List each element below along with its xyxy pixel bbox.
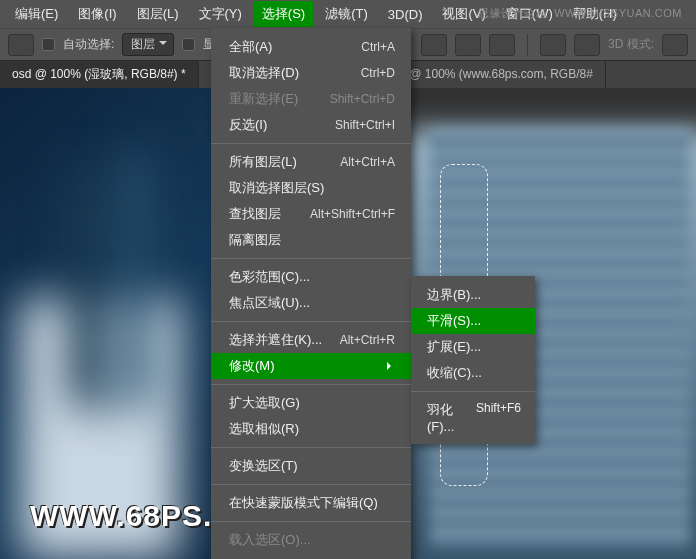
submenu-item[interactable]: 平滑(S)... [411, 308, 535, 334]
menu-item-label: 全部(A) [229, 38, 272, 56]
menu-separator [211, 484, 411, 485]
submenu-item-shortcut: Shift+F6 [476, 401, 521, 434]
menu-item: 重新选择(E)Shift+Ctrl+D [211, 86, 411, 112]
menu-2[interactable]: 图层(L) [128, 1, 188, 27]
submenu-item-label: 边界(B)... [427, 286, 481, 304]
menu-item-label: 反选(I) [229, 116, 267, 134]
submenu-item[interactable]: 收缩(C)... [411, 360, 535, 386]
menu-separator [211, 384, 411, 385]
menu-item-shortcut: Shift+Ctrl+D [330, 92, 395, 106]
align-icon-6[interactable] [489, 34, 515, 56]
menu-item[interactable]: 查找图层Alt+Shift+Ctrl+F [211, 201, 411, 227]
menu-item[interactable]: 色彩范围(C)... [211, 264, 411, 290]
menu-item[interactable]: 隔离图层 [211, 227, 411, 253]
modify-submenu: 边界(B)...平滑(S)...扩展(E)...收缩(C)...羽化(F)...… [411, 276, 535, 444]
menu-item[interactable]: 选取相似(R) [211, 416, 411, 442]
menu-item-label: 选择并遮住(K)... [229, 331, 322, 349]
menu-item-label: 查找图层 [229, 205, 281, 223]
show-transform-checkbox[interactable] [182, 38, 195, 51]
top-watermark: 思缘设计论坛 WWW.MISSYUAN.COM [478, 6, 682, 21]
distribute-icon-2[interactable] [574, 34, 600, 56]
menu-item-label: 隔离图层 [229, 231, 281, 249]
submenu-arrow-icon [387, 362, 395, 370]
menu-separator [211, 258, 411, 259]
menu-item-label: 在快速蒙版模式下编辑(Q) [229, 494, 378, 512]
mode-3d-label: 3D 模式: [608, 36, 654, 53]
submenu-item[interactable]: 扩展(E)... [411, 334, 535, 360]
submenu-item-label: 收缩(C)... [427, 364, 482, 382]
menu-6[interactable]: 3D(D) [379, 3, 432, 26]
menu-separator [211, 521, 411, 522]
autoselect-dropdown[interactable]: 图层 [122, 33, 174, 56]
menu-item-label: 载入选区(O)... [229, 531, 311, 549]
align-icon-4[interactable] [421, 34, 447, 56]
menu-item-shortcut: Alt+Ctrl+A [340, 155, 395, 169]
menu-3[interactable]: 文字(Y) [190, 1, 251, 27]
menu-item[interactable]: 焦点区域(U)... [211, 290, 411, 316]
menu-item-shortcut: Ctrl+D [361, 66, 395, 80]
menu-item-shortcut: Ctrl+A [361, 40, 395, 54]
menu-item-shortcut: Shift+Ctrl+I [335, 118, 395, 132]
menu-item[interactable]: 变换选区(T) [211, 453, 411, 479]
menu-item-label: 色彩范围(C)... [229, 268, 310, 286]
menu-item-label: 焦点区域(U)... [229, 294, 310, 312]
menu-item[interactable]: 修改(M) [211, 353, 411, 379]
document-tab-0[interactable]: osd @ 100% (湿玻璃, RGB/8#) * [0, 61, 199, 88]
submenu-item[interactable]: 羽化(F)...Shift+F6 [411, 397, 535, 438]
menu-item[interactable]: 扩大选取(G) [211, 390, 411, 416]
menu-item[interactable]: 存储选区(V)... [211, 553, 411, 559]
menu-item-label: 扩大选取(G) [229, 394, 300, 412]
menu-item-shortcut: Alt+Ctrl+R [340, 333, 395, 347]
menu-5[interactable]: 滤镜(T) [316, 1, 377, 27]
menu-1[interactable]: 图像(I) [69, 1, 125, 27]
menu-item-label: 变换选区(T) [229, 457, 298, 475]
autoselect-label: 自动选择: [63, 36, 114, 53]
menu-4[interactable]: 选择(S) [253, 1, 314, 27]
submenu-item-label: 扩展(E)... [427, 338, 481, 356]
menu-item[interactable]: 在快速蒙版模式下编辑(Q) [211, 490, 411, 516]
menu-separator [211, 447, 411, 448]
menu-item-label: 修改(M) [229, 357, 275, 375]
menu-item-label: 选取相似(R) [229, 420, 299, 438]
menu-item[interactable]: 反选(I)Shift+Ctrl+I [211, 112, 411, 138]
separator [527, 34, 528, 56]
menu-separator [211, 321, 411, 322]
align-icon-5[interactable] [455, 34, 481, 56]
distribute-icon-1[interactable] [540, 34, 566, 56]
menu-item[interactable]: 全部(A)Ctrl+A [211, 34, 411, 60]
select-menu-dropdown: 全部(A)Ctrl+A取消选择(D)Ctrl+D重新选择(E)Shift+Ctr… [211, 28, 411, 559]
menu-item[interactable]: 选择并遮住(K)...Alt+Ctrl+R [211, 327, 411, 353]
menu-item[interactable]: 取消选择图层(S) [211, 175, 411, 201]
menu-0[interactable]: 编辑(E) [6, 1, 67, 27]
submenu-item-label: 羽化(F)... [427, 401, 476, 434]
menu-item-label: 所有图层(L) [229, 153, 297, 171]
menu-item[interactable]: 取消选择(D)Ctrl+D [211, 60, 411, 86]
menu-item: 载入选区(O)... [211, 527, 411, 553]
menu-separator [211, 143, 411, 144]
menu-item-label: 重新选择(E) [229, 90, 298, 108]
submenu-item[interactable]: 边界(B)... [411, 282, 535, 308]
menu-item-label: 取消选择图层(S) [229, 179, 324, 197]
menu-item-label: 取消选择(D) [229, 64, 299, 82]
autoselect-checkbox[interactable] [42, 38, 55, 51]
tool-icon[interactable] [8, 34, 34, 56]
submenu-item-label: 平滑(S)... [427, 312, 481, 330]
menu-item[interactable]: 所有图层(L)Alt+Ctrl+A [211, 149, 411, 175]
menu-separator [411, 391, 535, 392]
menu-item-shortcut: Alt+Shift+Ctrl+F [310, 207, 395, 221]
mode-3d-icon[interactable] [662, 34, 688, 56]
